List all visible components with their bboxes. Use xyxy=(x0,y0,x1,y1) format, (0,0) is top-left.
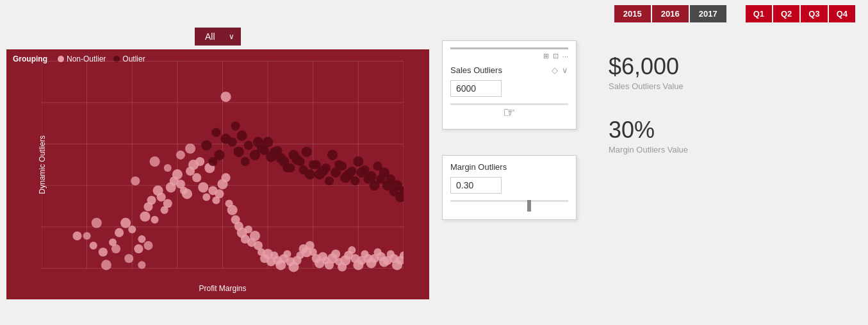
svg-point-136 xyxy=(231,121,240,130)
svg-point-64 xyxy=(221,173,230,182)
svg-point-44 xyxy=(157,192,166,201)
stats-section: $6,000 Sales Outliers Value 30% Margin O… xyxy=(596,40,688,220)
svg-point-58 xyxy=(202,193,210,201)
svg-point-66 xyxy=(227,205,238,215)
svg-point-138 xyxy=(244,141,253,150)
svg-point-56 xyxy=(195,157,204,166)
svg-point-164 xyxy=(214,150,224,160)
svg-point-130 xyxy=(83,232,91,240)
svg-point-41 xyxy=(147,196,156,204)
svg-point-103 xyxy=(348,246,356,254)
year-2016-button[interactable]: 2016 xyxy=(652,5,689,22)
svg-point-166 xyxy=(234,147,244,157)
margin-stat-label: Margin Outliers Value xyxy=(609,145,688,154)
card-icon-more[interactable]: ··· xyxy=(562,53,568,60)
sales-stat-value: $6,000 xyxy=(609,53,688,80)
svg-point-62 xyxy=(215,189,224,198)
svg-point-35 xyxy=(120,218,131,228)
svg-point-178 xyxy=(318,166,328,176)
margin-outliers-card: Margin Outliers xyxy=(442,155,577,220)
year-2015-button[interactable]: 2015 xyxy=(614,5,651,22)
q2-button[interactable]: Q2 xyxy=(773,5,799,22)
q4-button[interactable]: Q4 xyxy=(829,5,855,22)
svg-point-131 xyxy=(92,218,102,228)
margin-slider-thumb[interactable] xyxy=(527,200,531,212)
svg-point-183 xyxy=(350,176,359,185)
svg-point-132 xyxy=(220,92,231,102)
svg-point-141 xyxy=(263,137,273,147)
sales-stat-label: Sales Outliers Value xyxy=(609,81,688,91)
controls-panel: ⊞ ⊡ ··· Sales Outliers ◇ ∨ ☞ xyxy=(442,40,589,220)
svg-point-98 xyxy=(331,249,340,258)
margin-stat-block: 30% Margin Outliers Value xyxy=(609,117,688,154)
dropdown-row: All xyxy=(6,28,429,46)
svg-point-57 xyxy=(198,182,208,192)
svg-point-181 xyxy=(338,162,347,171)
svg-point-137 xyxy=(237,131,247,141)
svg-point-122 xyxy=(164,164,172,172)
svg-point-39 xyxy=(140,212,150,222)
chart-section: All Grouping Non-Outlier Outlier Dynamic… xyxy=(6,28,429,299)
sales-value-input[interactable] xyxy=(450,80,502,97)
svg-point-55 xyxy=(192,173,201,182)
svg-point-73 xyxy=(250,231,260,241)
chart-container: Grouping Non-Outlier Outlier Dynamic Out… xyxy=(6,49,429,299)
svg-point-151 xyxy=(327,150,338,160)
svg-point-120 xyxy=(131,176,140,185)
sales-outliers-card: ⊞ ⊡ ··· Sales Outliers ◇ ∨ ☞ xyxy=(442,40,577,129)
svg-point-38 xyxy=(138,235,145,243)
svg-point-133 xyxy=(201,140,211,151)
svg-point-126 xyxy=(138,261,145,269)
svg-point-129 xyxy=(111,244,120,253)
margin-card-title: Margin Outliers xyxy=(450,162,568,172)
svg-point-42 xyxy=(151,216,159,224)
svg-point-31 xyxy=(90,242,97,249)
svg-point-125 xyxy=(124,254,133,263)
sales-card-title: Sales Outliers ◇ ∨ xyxy=(450,65,568,75)
sales-stat-block: $6,000 Sales Outliers Value xyxy=(609,53,688,91)
svg-point-134 xyxy=(211,128,220,137)
card-icon-grid[interactable]: ⊞ xyxy=(543,52,549,60)
year-2017-button[interactable]: 2017 xyxy=(690,5,726,22)
svg-point-124 xyxy=(185,144,195,154)
svg-point-121 xyxy=(149,156,160,167)
svg-point-49 xyxy=(172,169,183,179)
dropdown-wrapper: All xyxy=(195,28,241,46)
main-content: All Grouping Non-Outlier Outlier Dynamic… xyxy=(0,28,868,325)
y-axis-label: Dynamic Outliers xyxy=(38,135,47,194)
year-buttons: 2015 2016 2017 xyxy=(614,5,726,22)
svg-point-52 xyxy=(182,188,192,199)
svg-point-123 xyxy=(176,151,185,160)
svg-point-37 xyxy=(134,244,143,253)
svg-point-168 xyxy=(253,137,263,147)
svg-point-36 xyxy=(128,226,136,233)
card-icon-window[interactable]: ⊡ xyxy=(553,52,559,60)
sales-slider-area: ☞ xyxy=(450,103,568,122)
svg-point-83 xyxy=(283,250,291,258)
q1-button[interactable]: Q1 xyxy=(746,5,772,22)
right-section: ⊞ ⊡ ··· Sales Outliers ◇ ∨ ☞ xyxy=(442,28,862,220)
svg-point-155 xyxy=(353,156,363,167)
svg-point-179 xyxy=(325,176,334,185)
svg-point-128 xyxy=(101,260,111,270)
svg-point-171 xyxy=(273,146,282,155)
svg-point-173 xyxy=(286,163,295,172)
svg-point-176 xyxy=(305,169,315,179)
svg-point-174 xyxy=(291,154,302,165)
svg-point-147 xyxy=(302,147,312,157)
margin-slider-area xyxy=(450,200,568,213)
margin-value-input[interactable] xyxy=(450,177,502,194)
card-toolbar-sales: ⊞ ⊡ ··· xyxy=(450,52,568,60)
refresh-icon[interactable]: ◇ xyxy=(552,65,558,75)
all-dropdown[interactable]: All xyxy=(195,28,241,46)
card-title-icons-sales: ◇ ∨ xyxy=(552,65,568,75)
scatter-chart: 25K 20K 15K 10K 5K 0K 10% 15% 20% 25% 30… xyxy=(42,56,404,274)
svg-point-165 xyxy=(228,138,237,147)
hand-cursor-icon[interactable]: ☞ xyxy=(503,104,516,121)
svg-point-167 xyxy=(241,157,250,166)
chevron-down-icon[interactable]: ∨ xyxy=(562,65,568,75)
svg-point-127 xyxy=(143,241,152,250)
quarter-buttons: Q1 Q2 Q3 Q4 xyxy=(746,5,855,22)
q3-button[interactable]: Q3 xyxy=(801,5,827,22)
svg-point-71 xyxy=(245,226,252,233)
